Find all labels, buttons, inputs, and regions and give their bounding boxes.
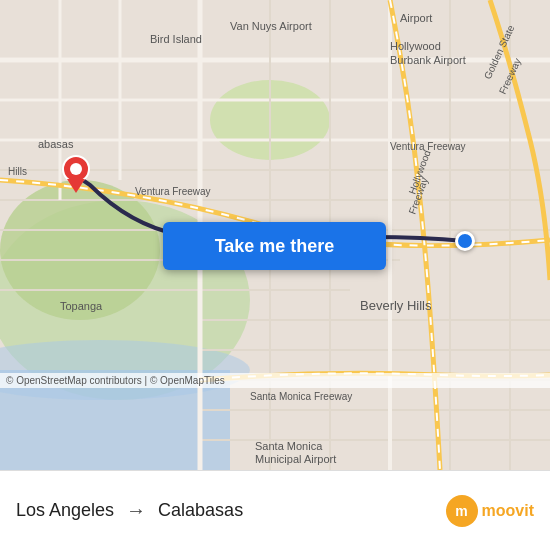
svg-text:abasas: abasas [38, 138, 74, 150]
svg-text:Ventura Freeway: Ventura Freeway [390, 141, 466, 152]
svg-text:Ventura Freeway: Ventura Freeway [135, 186, 211, 197]
svg-text:Airport: Airport [400, 12, 432, 24]
svg-text:Van Nuys Airport: Van Nuys Airport [230, 20, 312, 32]
svg-text:Municipal Airport: Municipal Airport [255, 453, 336, 465]
moovit-logo[interactable]: m moovit [446, 495, 534, 527]
map-attribution: © OpenStreetMap contributors | © OpenMap… [0, 373, 550, 388]
moovit-icon: m [446, 495, 478, 527]
svg-text:Hills: Hills [8, 166, 27, 177]
svg-text:Santa Monica Freeway: Santa Monica Freeway [250, 391, 352, 402]
svg-text:Hollywood: Hollywood [390, 40, 441, 52]
svg-text:Burbank Airport: Burbank Airport [390, 54, 466, 66]
route-from-label: Los Angeles [16, 500, 114, 521]
destination-pin [62, 155, 90, 191]
origin-pin [455, 231, 475, 251]
svg-text:Topanga: Topanga [60, 300, 103, 312]
bottom-bar: Los Angeles → Calabasas m moovit [0, 470, 550, 550]
svg-point-46 [70, 163, 82, 175]
moovit-text: moovit [482, 502, 534, 520]
route-to-label: Calabasas [158, 500, 243, 521]
take-me-there-button[interactable]: Take me there [163, 222, 386, 270]
svg-text:Beverly Hills: Beverly Hills [360, 298, 432, 313]
route-arrow-icon: → [126, 499, 146, 522]
svg-text:Bird Island: Bird Island [150, 33, 202, 45]
map-container: Van Nuys Airport Hollywood Burbank Airpo… [0, 0, 550, 470]
svg-text:Santa Monica: Santa Monica [255, 440, 323, 452]
svg-marker-47 [67, 179, 85, 193]
